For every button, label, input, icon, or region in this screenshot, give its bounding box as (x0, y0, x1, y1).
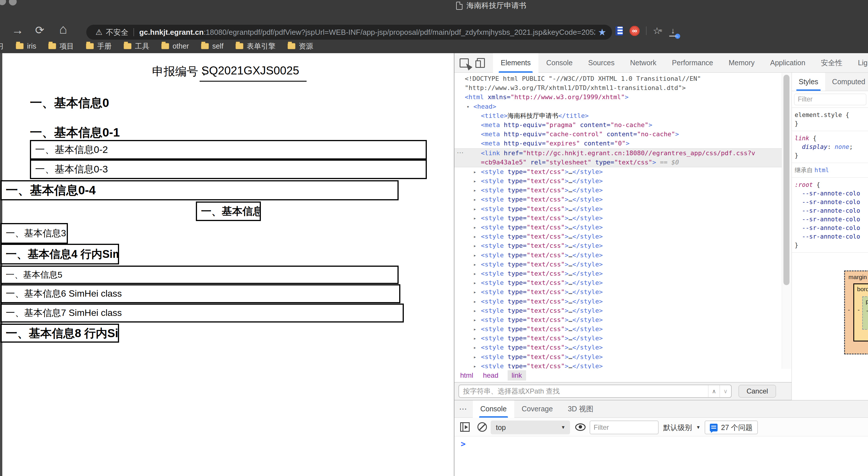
window-minimize-button[interactable] (9, 0, 17, 5)
console-prompt-chevron[interactable]: > (461, 439, 466, 449)
tab-network[interactable]: Network (622, 53, 664, 73)
inspect-element-icon[interactable] (460, 58, 469, 68)
breadcrumb-link[interactable]: link (508, 370, 526, 381)
collapsed-arrow-icon[interactable]: ▸ (473, 334, 476, 343)
reload-button[interactable]: ⟳ (35, 24, 44, 36)
collapsed-arrow-icon[interactable]: ▸ (473, 361, 476, 369)
link-rule[interactable]: link { display: none;} (792, 131, 868, 163)
tab-console[interactable]: Console (538, 53, 580, 73)
collapsed-arrow-icon[interactable]: ▸ (473, 167, 476, 177)
address-bar[interactable]: ⚠ 不安全 gc.hnkjt.egrant.cn:18080/egrantpdf… (86, 25, 612, 40)
box-model-border[interactable]: border - padding - (853, 283, 868, 342)
window-close-button[interactable] (0, 0, 6, 5)
style-node[interactable]: ▸<style type="text/css">…</style> (455, 186, 782, 195)
style-node[interactable]: ▸<style type="text/css">…</style> (455, 324, 782, 334)
collapsed-arrow-icon[interactable]: ▸ (473, 343, 476, 352)
console-level-select[interactable]: 默认级别 ▼ (663, 420, 701, 434)
collapsed-arrow-icon[interactable]: ▸ (473, 241, 476, 250)
style-node[interactable]: ▸<style type="text/css">…</style> (455, 195, 782, 204)
meta-pragma-node[interactable]: <meta http-equiv="pragma" content="no-ca… (455, 121, 782, 130)
style-node[interactable]: ▸<style type="text/css">…</style> (455, 177, 782, 186)
collapsed-arrow-icon[interactable]: ▸ (473, 251, 476, 260)
style-node[interactable]: ▸<style type="text/css">…</style> (455, 343, 782, 352)
search-previous-icon[interactable]: ∧ (708, 385, 720, 397)
meta-expires-node[interactable]: <meta http-equiv="expires" content="0"> (455, 139, 782, 148)
collapsed-arrow-icon[interactable]: ▸ (473, 315, 476, 324)
html-node[interactable]: <html xmlns="http://www.w3.org/1999/xhtm… (455, 93, 782, 102)
box-model-padding-value[interactable]: - (866, 307, 868, 314)
tab-performance[interactable]: Performance (664, 53, 721, 73)
console-filter-input[interactable] (590, 420, 659, 434)
style-node[interactable]: ▸<style type="text/css">…</style> (455, 204, 782, 214)
collapsed-arrow-icon[interactable]: ▸ (473, 306, 476, 315)
sidebar-tab-computed[interactable]: Computed (825, 73, 868, 91)
tab-application[interactable]: Application (763, 53, 813, 73)
drawer-more-icon[interactable]: ⋯ (459, 404, 468, 414)
tab-lighthouse[interactable]: Lighthouse (850, 53, 868, 73)
drawer-tab-console[interactable]: Console (473, 401, 514, 418)
styles-filter-input[interactable] (794, 94, 866, 105)
box-model-border-value[interactable]: - (858, 307, 860, 313)
title-node[interactable]: <title>海南科技厅申请书</title> (455, 111, 782, 121)
link-node[interactable]: ⋯<link href="http://gc.hnkjt.egrant.cn:1… (455, 148, 782, 167)
collapsed-arrow-icon[interactable]: ▸ (473, 177, 476, 186)
tab-elements[interactable]: Elements (493, 53, 538, 73)
forward-button[interactable]: → (11, 24, 24, 36)
style-node[interactable]: ▸<style type="text/css">…</style> (455, 278, 782, 287)
tab-sources[interactable]: Sources (580, 53, 622, 73)
infinity-extension-icon[interactable]: ∞ (629, 26, 640, 36)
root-rule[interactable]: :root { --sr-annote-colo --sr-annote-col… (792, 178, 868, 253)
search-cancel-button[interactable]: Cancel (739, 385, 776, 398)
notes-extension-icon[interactable] (616, 26, 623, 36)
style-node[interactable]: ▸<style type="text/css">…</style> (455, 287, 782, 297)
style-node[interactable]: ▸<style type="text/css">…</style> (455, 315, 782, 324)
box-model-padding[interactable]: padding - (862, 296, 868, 330)
style-node[interactable]: ▸<style type="text/css">…</style> (455, 269, 782, 278)
head-node[interactable]: ▾<head> (455, 102, 782, 111)
home-button[interactable]: ⌂ (59, 23, 67, 35)
tab-安全性[interactable]: 安全性 (813, 53, 850, 73)
bookmark-folder-item[interactable]: 表单引擎 (236, 41, 276, 51)
collapsed-arrow-icon[interactable]: ▸ (473, 260, 476, 269)
bookmark-folder-item[interactable]: 手册 (86, 41, 112, 51)
doctype-node[interactable]: <!DOCTYPE html PUBLIC "-//W3C//DTD XHTML… (455, 74, 782, 93)
style-node[interactable]: ▸<style type="text/css">…</style> (455, 306, 782, 315)
drawer-tab-3d-视图[interactable]: 3D 视图 (560, 401, 601, 418)
style-node[interactable]: ▸<style type="text/css">…</style> (455, 232, 782, 241)
style-node[interactable]: ▸<style type="text/css">…</style> (455, 241, 782, 250)
collapsed-arrow-icon[interactable]: ▸ (473, 186, 476, 195)
style-node[interactable]: ▸<style type="text/css">…</style> (455, 214, 782, 223)
sidebar-tab-styles[interactable]: Styles (792, 73, 825, 91)
collapsed-arrow-icon[interactable]: ▸ (473, 223, 476, 232)
reading-list-icon[interactable]: ☆≡ (653, 25, 662, 36)
style-node[interactable]: ▸<style type="text/css">…</style> (455, 167, 782, 177)
bookmark-folder-item[interactable]: 学习 (0, 41, 4, 51)
breadcrumb-head[interactable]: head (482, 370, 499, 381)
live-expression-eye-icon[interactable] (575, 423, 586, 431)
tab-memory[interactable]: Memory (721, 53, 762, 73)
collapsed-arrow-icon[interactable]: ▸ (473, 269, 476, 278)
collapsed-arrow-icon[interactable]: ▸ (473, 287, 476, 297)
collapsed-arrow-icon[interactable]: ▸ (473, 297, 476, 306)
meta-cache-control-node[interactable]: <meta http-equiv="cache-control" content… (455, 130, 782, 139)
security-label[interactable]: 不安全 (106, 27, 128, 37)
issues-button[interactable]: 27 个问题 (705, 420, 758, 434)
breadcrumb-html[interactable]: html (460, 370, 474, 381)
console-messages[interactable]: > (455, 436, 868, 476)
drawer-tab-coverage[interactable]: Coverage (514, 401, 560, 418)
dom-search-input[interactable] (459, 387, 708, 395)
box-model-margin[interactable]: margin - border - padding - (844, 271, 868, 354)
url-text[interactable]: gc.hnkjt.egrant.cn:18080/egrantpdf/pdf/p… (139, 28, 595, 37)
style-node[interactable]: ▸<style type="text/css">…</style> (455, 251, 782, 260)
bookmark-folder-item[interactable]: other (161, 42, 189, 50)
collapsed-arrow-icon[interactable]: ▸ (473, 352, 476, 361)
downloads-icon[interactable]: ↓↓ (668, 26, 678, 35)
console-sidebar-toggle-icon[interactable] (460, 422, 470, 432)
style-node[interactable]: ▸<style type="text/css">…</style> (455, 352, 782, 361)
style-node[interactable]: ▸<style type="text/css">…</style> (455, 334, 782, 343)
bookmark-folder-item[interactable]: 项目 (48, 41, 74, 51)
style-node[interactable]: ▸<style type="text/css">…</style> (455, 260, 782, 269)
collapsed-arrow-icon[interactable]: ▸ (473, 214, 476, 223)
console-clear-icon[interactable] (477, 422, 487, 432)
bookmark-folder-item[interactable]: iris (16, 42, 36, 50)
